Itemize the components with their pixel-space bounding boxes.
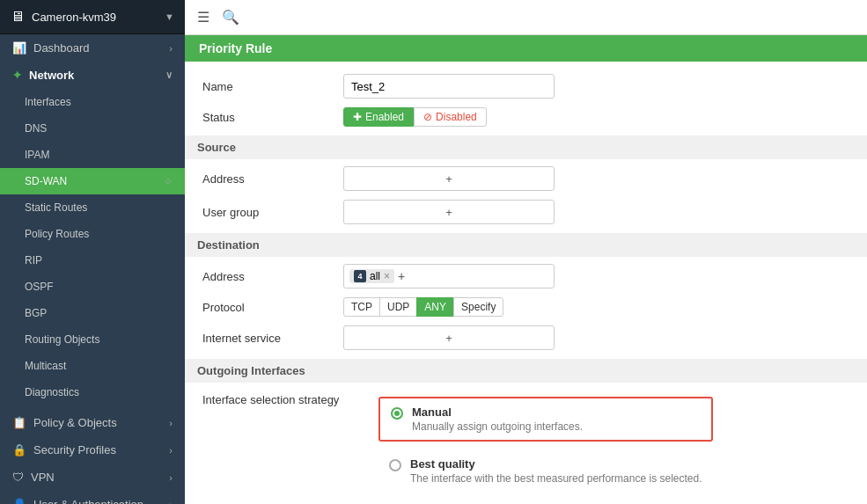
- sidebar-item-label: Multicast: [25, 360, 66, 372]
- sidebar-item-policyroutes[interactable]: Policy Routes: [0, 221, 185, 247]
- sidebar-item-label: User & Authentication: [33, 498, 143, 504]
- policy-icon: 📋: [12, 416, 26, 429]
- sidebar-item-label: Interfaces: [25, 96, 71, 108]
- usergroup-row: User group +: [202, 200, 849, 224]
- usergroup-input[interactable]: +: [343, 200, 555, 224]
- name-row: Name: [202, 74, 849, 99]
- enabled-button[interactable]: ✚ Enabled: [343, 107, 414, 127]
- sidebar-item-label: Policy & Objects: [33, 416, 117, 429]
- sidebar-item-policyobjects[interactable]: 📋 Policy & Objects ›: [0, 409, 185, 436]
- sidebar-item-label: SD-WAN: [25, 175, 67, 187]
- sidebar-item-diagnostics[interactable]: Diagnostics: [0, 379, 185, 405]
- sidebar-item-dashboard[interactable]: 📊 Dashboard ›: [0, 34, 185, 62]
- userauth-chevron-icon: ›: [169, 500, 173, 505]
- sidebar-item-label: Security Profiles: [33, 443, 116, 457]
- interface-option-manual-box[interactable]: Manual Manually assign outgoing interfac…: [378, 397, 713, 442]
- outgoing-section-title: Outgoing Interfaces: [185, 359, 867, 383]
- proto-udp-button[interactable]: UDP: [379, 297, 417, 317]
- proto-tcp-button[interactable]: TCP: [343, 297, 380, 317]
- internet-service-label: Internet service: [202, 332, 343, 345]
- enabled-label: Enabled: [365, 111, 404, 123]
- sidebar-item-staticroutes[interactable]: Static Routes: [0, 194, 185, 221]
- vpn-chevron-icon: ›: [169, 472, 173, 483]
- sidebar-item-dns[interactable]: DNS: [0, 115, 185, 142]
- sidebar-item-multicast[interactable]: Multicast: [0, 353, 185, 379]
- sidebar-item-label: Network: [29, 69, 74, 82]
- manual-option-desc: Manually assign outgoing interfaces.: [412, 420, 583, 433]
- chip-label: all: [370, 270, 380, 282]
- name-label: Name: [202, 80, 343, 93]
- radio-bestquality[interactable]: [389, 459, 401, 471]
- topbar: ☰ 🔍: [185, 0, 867, 35]
- source-address-label: Address: [202, 172, 343, 186]
- name-input[interactable]: [343, 74, 555, 99]
- bestquality-option-desc: The interface with the best measured per…: [410, 472, 702, 485]
- sidebar-item-label: IPAM: [25, 149, 49, 161]
- sidebar-item-rip[interactable]: RIP: [0, 247, 185, 274]
- page-title: Priority Rule: [185, 35, 867, 62]
- status-row: Status ✚ Enabled ⊘ Disabled: [202, 107, 849, 127]
- iface-strategy-row: Interface selection strategy Manual Manu…: [202, 390, 849, 493]
- sidebar-item-vpn[interactable]: 🛡 VPN ›: [0, 464, 185, 491]
- chip-remove-icon[interactable]: ×: [384, 270, 390, 282]
- protocol-buttons: TCP UDP ANY Specify: [343, 297, 503, 317]
- sidebar-item-label: Static Routes: [25, 201, 87, 214]
- bestquality-option-text: Best quality The interface with the best…: [410, 457, 702, 485]
- security-chevron-icon: ›: [169, 445, 173, 456]
- internet-service-input[interactable]: +: [343, 325, 555, 350]
- dest-address-label: Address: [202, 270, 343, 283]
- dest-address-chips[interactable]: 4 all × +: [343, 264, 555, 289]
- sidebar-item-ospf[interactable]: OSPF: [0, 274, 185, 300]
- hamburger-icon[interactable]: ☰: [197, 9, 209, 26]
- main-area: ☰ 🔍 Priority Rule Name Status ✚ Enabled: [185, 0, 867, 504]
- manual-option-label: Manual: [412, 405, 583, 419]
- device-name: Cameron-kvm39: [32, 11, 116, 24]
- device-chevron-icon: ▼: [165, 11, 174, 22]
- policy-chevron-icon: ›: [169, 418, 173, 428]
- sidebar-item-sdwan[interactable]: SD-WAN ☆: [0, 168, 185, 194]
- status-label: Status: [202, 111, 343, 124]
- sidebar-item-label: Policy Routes: [25, 228, 89, 240]
- dashboard-icon: 📊: [12, 41, 26, 55]
- sidebar-item-label: RIP: [25, 254, 42, 267]
- disabled-button[interactable]: ⊘ Disabled: [414, 107, 487, 127]
- sidebar-item-label: Routing Objects: [25, 333, 99, 346]
- manual-option-text: Manual Manually assign outgoing interfac…: [412, 405, 583, 433]
- internet-service-row: Internet service +: [202, 325, 849, 350]
- network-chevron-icon: ∨: [165, 69, 173, 81]
- source-address-input[interactable]: +: [343, 166, 555, 191]
- sidebar-item-interfaces[interactable]: Interfaces: [0, 89, 185, 115]
- security-icon: 🔒: [12, 443, 26, 457]
- enabled-icon: ✚: [353, 111, 362, 123]
- dest-address-row: Address 4 all × +: [202, 264, 849, 289]
- sidebar-item-routingobjects[interactable]: Routing Objects: [0, 326, 185, 353]
- sidebar-item-label: VPN: [31, 471, 55, 484]
- search-icon[interactable]: 🔍: [222, 9, 239, 26]
- user-icon: 👤: [12, 498, 26, 504]
- sidebar-item-ipam[interactable]: IPAM: [0, 142, 185, 168]
- sidebar-header[interactable]: 🖥 Cameron-kvm39 ▼: [0, 0, 185, 34]
- sidebar-item-label: Diagnostics: [25, 386, 79, 398]
- sidebar-item-network[interactable]: ✦ Network ∨: [0, 62, 185, 89]
- source-section-title: Source: [185, 135, 867, 159]
- dest-address-add-icon[interactable]: +: [398, 269, 405, 283]
- radio-manual[interactable]: [391, 407, 403, 420]
- form-area: Name Status ✚ Enabled ⊘ Disabled: [185, 62, 867, 504]
- vpn-icon: 🛡: [12, 471, 24, 484]
- disabled-label: Disabled: [436, 111, 477, 123]
- sidebar: 🖥 Cameron-kvm39 ▼ 📊 Dashboard › ✦ Networ…: [0, 0, 185, 504]
- source-address-row: Address +: [202, 166, 849, 191]
- dest-address-chip: 4 all ×: [349, 269, 394, 283]
- sidebar-item-label: Dashboard: [33, 41, 90, 55]
- sidebar-item-label: OSPF: [25, 281, 54, 293]
- proto-any-button[interactable]: ANY: [416, 297, 454, 317]
- interface-option-bestquality[interactable]: Best quality The interface with the best…: [378, 454, 713, 488]
- proto-specify-button[interactable]: Specify: [453, 297, 503, 317]
- destination-section-title: Destination: [185, 233, 867, 257]
- network-icon: ✦: [12, 69, 22, 82]
- sidebar-item-userauth[interactable]: 👤 User & Authentication ›: [0, 491, 185, 504]
- sidebar-item-securityprofiles[interactable]: 🔒 Security Profiles ›: [0, 436, 185, 464]
- sidebar-item-bgp[interactable]: BGP: [0, 300, 185, 326]
- chip-type-icon: 4: [354, 270, 366, 282]
- content-area: Priority Rule Name Status ✚ Enabled ⊘ Di…: [185, 35, 867, 504]
